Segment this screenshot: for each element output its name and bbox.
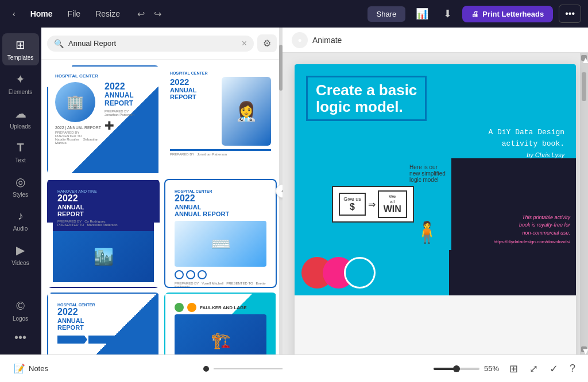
tmpl6-dot-green [175, 303, 184, 312]
file-nav-button[interactable]: File [62, 7, 87, 21]
template-card-3[interactable]: HANOVER AND TINE 2022 ANNUAL REPORT PREP… [47, 179, 160, 288]
zoom-slider[interactable] [434, 368, 479, 370]
zoom-slider-track[interactable] [434, 368, 479, 370]
grid-view-button[interactable]: ⊞ [506, 360, 521, 377]
notes-icon: 📝 [14, 363, 25, 374]
tmpl4-image: ⌨️ [175, 221, 266, 267]
template-card-6[interactable]: FAULKER AND LAGE 🏗️ 2022 ANNUAL REPORT [164, 293, 277, 354]
sidebar-item-templates[interactable]: ⊞ Templates [2, 33, 39, 65]
sidebar-label-uploads: Uploads [10, 123, 31, 130]
tmpl1-cross: ✚ [105, 119, 152, 132]
slide-dark-section: This printable activity book is royalty-… [451, 158, 576, 250]
sidebar-item-more[interactable]: ••• [2, 326, 39, 350]
tmpl1-year: 2022 [105, 82, 152, 91]
win-label: WIN [384, 204, 401, 215]
sidebar-label-audio: Audio [13, 225, 28, 232]
bottom-right-buttons: ⊞ ⤢ ✓ ? [506, 360, 579, 377]
slide-subtitle-area: A DiY Data Design activity book. by Chri… [306, 127, 564, 158]
templates-panel: 🔍 × ⚙ HOSPITAL CENTER 🏢 2022 | ANNUAL RE… [41, 28, 283, 354]
sidebar-label-elements: Elements [9, 89, 33, 95]
tmpl5-arrows [57, 336, 149, 344]
tmpl1-right: 2022 ANNUAL REPORT PREPARED BYJonathan P… [105, 82, 152, 166]
uploads-icon: ☁ [15, 107, 26, 120]
download-button[interactable]: ⬇ [439, 5, 457, 22]
tmpl1-prepared-label: 2022 | ANNUAL REPORT [55, 126, 102, 130]
filter-button[interactable]: ⚙ [257, 34, 277, 52]
tmpl5-hospital: HOSPITAL CENTER [57, 303, 149, 307]
canvas-viewport: ▲ ▼ Create a basic logic model. [283, 53, 588, 354]
help-button[interactable]: ? [566, 360, 579, 377]
template-card-5[interactable]: HOSPITAL CENTER 2022 ANNUAL REPORT [47, 293, 160, 354]
canvas-area: ● Animate ▲ ▼ Create a basic [283, 28, 588, 354]
tmpl1-sub-labels: PREPARED BY PRESENTED TONatalie Rosales … [55, 131, 102, 145]
tmpl3-prepared: PREPARED BY Co RodriguezPRESENTED TO Mar… [57, 220, 149, 227]
scroll-thumb [582, 72, 586, 101]
top-bar: ‹ Home File Resize ↩ ↪ Share 📊 ⬇ 🖨 Print… [0, 0, 588, 28]
timeline-dot [203, 366, 209, 372]
undo-button[interactable]: ↩ [134, 6, 148, 22]
animate-dot-icon: ● [297, 36, 301, 44]
share-button[interactable]: Share [368, 6, 406, 22]
stick-figure: 🧍 [414, 220, 440, 244]
logos-icon: © [16, 299, 25, 313]
tmpl2-hospital: HOSPITAL CENTER [170, 71, 271, 75]
tmpl3-annual: ANNUAL [57, 204, 149, 211]
slide-note: This printable activity book is royalty-… [457, 214, 570, 237]
resize-nav-button[interactable]: Resize [90, 7, 126, 21]
tmpl1-annual: ANNUAL [105, 91, 152, 99]
more-options-button[interactable]: ••• [559, 5, 581, 23]
sidebar-bottom: © Logos ••• [2, 295, 39, 350]
tmpl5-report: REPORT [57, 324, 149, 331]
bottom-bar: 📝 Notes 55% ⊞ ⤢ ✓ ? [0, 354, 588, 382]
chart-button[interactable]: 📊 [411, 5, 433, 22]
sidebar-item-uploads[interactable]: ☁ Uploads [2, 102, 39, 134]
slide-url: https://diydatadesign.com/downloads/ [457, 239, 570, 244]
sidebar-item-logos[interactable]: © Logos [2, 295, 39, 326]
print-button[interactable]: 🖨 Print Letterheads [462, 6, 553, 22]
zoom-slider-thumb[interactable] [453, 365, 460, 372]
slide-bottom-row [295, 250, 576, 295]
sidebar-label-styles: Styles [13, 192, 28, 198]
animate-label[interactable]: Animate [312, 36, 342, 45]
sidebar-item-audio[interactable]: ♪ Audio [2, 205, 39, 236]
redo-button[interactable]: ↪ [150, 6, 165, 22]
sidebar-icons: ⊞ Templates ✦ Elements ☁ Uploads T Text … [0, 28, 41, 354]
circle-cyan [344, 257, 376, 289]
undo-redo-group: ↩ ↪ [134, 6, 165, 22]
print-icon: 🖨 [471, 10, 479, 18]
tmpl4-circle-2 [186, 270, 195, 279]
canvas-scrollbar[interactable]: ▲ ▼ [580, 53, 588, 354]
we-all-label: We [384, 194, 401, 199]
back-button[interactable]: ‹ [7, 7, 21, 21]
search-input-wrap: 🔍 × [47, 36, 254, 52]
template-card-1[interactable]: HOSPITAL CENTER 🏢 2022 | ANNUAL REPORT P… [47, 65, 160, 174]
sidebar-item-videos[interactable]: ▶ Videos [2, 239, 39, 271]
home-nav-button[interactable]: Home [25, 7, 59, 21]
tmpl6-dot-orange [187, 303, 196, 312]
template-card-4[interactable]: HOSPITAL CENTER 2022 ANNUAL ANNUAL REPOR… [164, 179, 277, 288]
sidebar-item-styles[interactable]: ◎ Styles [2, 170, 39, 202]
tmpl2-report: REPORT [170, 93, 219, 100]
sidebar-item-text[interactable]: T Text [2, 137, 39, 168]
notes-button[interactable]: 📝 Notes [9, 361, 53, 376]
sidebar-item-elements[interactable]: ✦ Elements [2, 68, 39, 100]
tmpl5-annual: ANNUAL [57, 317, 149, 324]
search-bar: 🔍 × ⚙ [41, 28, 283, 60]
search-input[interactable] [68, 39, 237, 48]
tmpl2-divider [170, 149, 271, 151]
tmpl3-year: 2022 [57, 193, 149, 204]
zoom-percent-label: 55% [484, 364, 499, 373]
slide-title: Create a basic logic model. [316, 82, 417, 115]
elements-icon: ✦ [16, 72, 25, 86]
tmpl6-content: FAULKER AND LAGE 🏗️ 2022 ANNUAL REPORT [170, 298, 271, 354]
give-us-label: Give us [343, 196, 361, 202]
tmpl2-content: 2022 ANNUAL REPORT [170, 77, 219, 146]
notes-label: Notes [29, 364, 48, 373]
search-clear-button[interactable]: × [242, 38, 247, 49]
tmpl6-company-name: FAULKER AND LAGE [200, 305, 246, 310]
expand-button[interactable]: ⤢ [526, 360, 541, 377]
template-card-2[interactable]: HOSPITAL CENTER 2022 ANNUAL REPORT 👩‍⚕️ … [164, 65, 277, 174]
check-button[interactable]: ✓ [546, 360, 562, 377]
tmpl6-image: 🏗️ [175, 314, 266, 354]
slide-subtitle: A DiY Data Design activity book. [306, 127, 564, 149]
